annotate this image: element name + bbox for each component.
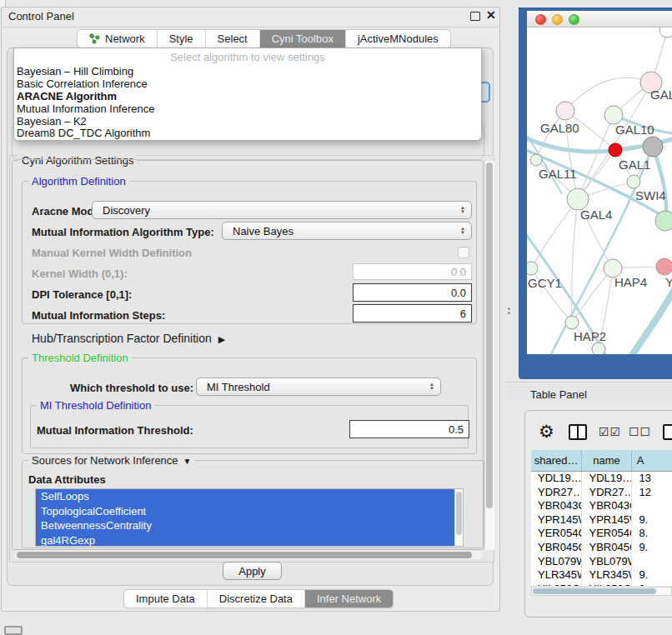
node-label-gcy1: GCY1 xyxy=(528,276,562,290)
manual-kernel-checkbox[interactable] xyxy=(458,247,469,258)
tab-network-label: Network xyxy=(105,32,145,45)
network-view-window[interactable]: GALGAL80GAL10GAL1GAL11SWI4GAL4GCY1HAP4YH… xyxy=(527,11,672,354)
dropdown-option-dream8-dc-tdc-algorithm[interactable]: Dream8 DC_TDC Algorithm xyxy=(17,128,479,140)
attr-item-betweennesscentrality[interactable]: BetweennessCentrality xyxy=(36,518,463,533)
dropdown-option-aracne-algorithm[interactable]: ARACNE Algorithm xyxy=(17,91,479,103)
tab-cyni-toolbox[interactable]: Cyni Toolbox xyxy=(260,30,346,48)
close-icon[interactable]: ✕ xyxy=(486,8,496,22)
tab-jactivemnodules[interactable]: jActiveMNodules xyxy=(346,30,450,48)
tab-style[interactable]: Style xyxy=(158,30,206,48)
table-row[interactable]: YPR145WYPR145W9. xyxy=(531,513,672,528)
data-attributes-list[interactable]: SelfLoopsTopologicalCoefficientBetweenne… xyxy=(35,488,464,547)
clipped-toolbar-icon[interactable] xyxy=(663,424,672,440)
node-gal11[interactable] xyxy=(530,154,542,166)
table-cell: 8. xyxy=(632,527,672,541)
table-row[interactable]: YBR045CYBR045C9. xyxy=(531,541,672,555)
column-header-shared-[interactable]: shared… xyxy=(531,450,582,471)
close-traffic-light-icon[interactable] xyxy=(535,14,546,25)
column-header-a[interactable]: A xyxy=(632,450,672,471)
node-gray[interactable] xyxy=(643,137,663,157)
node-label-hap2: HAP2 xyxy=(574,329,606,343)
table-horizontal-scrollbar-thumb[interactable] xyxy=(533,588,656,594)
table-row[interactable]: YIL052CYIL052C0. xyxy=(531,582,672,586)
settings-vertical-scrollbar-thumb[interactable] xyxy=(486,162,493,508)
table-cell: YBL079W xyxy=(582,555,632,569)
attr-list-scrollbar[interactable] xyxy=(454,489,463,546)
minimize-traffic-light-icon[interactable] xyxy=(552,14,563,25)
panel-divider-handle[interactable] xyxy=(508,308,512,315)
control-panel-title: Control Panel xyxy=(8,10,74,22)
manual-kernel-label: Manual Kernel Width Definition xyxy=(32,247,192,259)
table-row[interactable]: YDR27…YDR27…12 xyxy=(531,486,672,500)
columns-icon[interactable] xyxy=(569,424,587,440)
kernel-width-field[interactable]: 0.0 xyxy=(353,263,472,280)
network-canvas[interactable]: GALGAL80GAL10GAL1GAL11SWI4GAL4GCY1HAP4YH… xyxy=(527,28,672,354)
table-cell: YPR145W xyxy=(582,513,632,528)
node-gal80[interactable] xyxy=(556,102,574,120)
tab-select[interactable]: Select xyxy=(206,30,260,48)
attr-item-selfloops[interactable]: SelfLoops xyxy=(36,489,463,504)
expanded-arrow-icon: ▼ xyxy=(183,457,192,466)
tab-network[interactable]: Network xyxy=(78,30,158,48)
dropdown-option-mutual-information-inference[interactable]: Mutual Information Inference xyxy=(17,103,479,116)
mi-threshold-group-title: MI Threshold Definition xyxy=(37,399,154,412)
table-row[interactable]: YBR043CYBR043C xyxy=(531,499,672,513)
table-row[interactable]: YDL19…YDL19…13 xyxy=(531,472,672,486)
which-threshold-select[interactable]: MI Threshold ▲▼ xyxy=(196,378,441,396)
tab-infer-network[interactable]: Infer Network xyxy=(305,590,393,608)
aracne-mode-value: Discovery xyxy=(103,204,150,217)
dpi-tolerance-label: DPI Tolerance [0,1]: xyxy=(32,288,132,301)
settings-horizontal-scrollbar-thumb[interactable] xyxy=(17,552,472,558)
node-salmon[interactable] xyxy=(656,258,672,275)
table-cell: YDR27… xyxy=(531,486,582,500)
spinner-arrows-icon: ▲▼ xyxy=(429,382,440,391)
aracne-mode-select[interactable]: Discovery ▲▼ xyxy=(92,201,472,219)
node-gal10[interactable] xyxy=(604,106,623,124)
table-cell: YER054C xyxy=(531,527,582,541)
table-row[interactable]: YLR345WYLR345W9. xyxy=(531,568,672,582)
node-partial-top[interactable] xyxy=(659,28,672,38)
dropdown-option-basic-correlation-inference[interactable]: Basic Correlation Inference xyxy=(17,78,479,91)
table-cell: YIL052C xyxy=(582,582,632,586)
sources-group-title[interactable]: Sources for Network Inference▼ xyxy=(28,454,194,467)
gear-icon[interactable]: ⚙ xyxy=(539,422,554,442)
threshold-definition-title: Threshold Definition xyxy=(28,352,132,364)
dropdown-option-bayesian-k2[interactable]: Bayesian – K2 xyxy=(17,116,479,128)
mi-type-select[interactable]: Naive Bayes ▲▼ xyxy=(222,222,472,240)
apply-button[interactable]: Apply xyxy=(223,562,282,580)
attr-item-topologicalcoefficient[interactable]: TopologicalCoefficient xyxy=(36,504,463,519)
dpi-tolerance-field[interactable]: 0.0 xyxy=(353,283,472,302)
column-header-name[interactable]: name xyxy=(582,450,632,471)
tab-impute-data[interactable]: Impute Data xyxy=(124,590,208,608)
mi-type-value: Naive Bayes xyxy=(233,225,293,238)
mi-threshold-field[interactable]: 0.5 xyxy=(349,420,469,438)
network-window-titlebar[interactable] xyxy=(527,11,672,28)
table-cell: YIL052C xyxy=(531,582,582,586)
select-all-checks-icon[interactable]: ☑☑ xyxy=(599,425,621,438)
table-panel-title: Table Panel xyxy=(530,388,587,401)
clear-checks-icon[interactable]: ☐☐ xyxy=(629,425,651,438)
table-row[interactable]: YBL079WYBL079W xyxy=(531,555,672,569)
corner-artifact xyxy=(0,0,6,7)
node-bottom-green[interactable] xyxy=(592,342,605,354)
mi-steps-field[interactable]: 6 xyxy=(353,304,472,322)
table-cell xyxy=(632,555,672,569)
tab-jactivemnodules-label: jActiveMNodules xyxy=(358,32,439,45)
bottom-left-clipped-icon[interactable] xyxy=(4,626,23,635)
table-body: YDL19…YDL19…13YDR27…YDR27…12YBR043CYBR04… xyxy=(531,472,672,586)
node-right-green[interactable] xyxy=(655,211,672,231)
node-gcy1[interactable] xyxy=(527,262,538,275)
table-cell: YER054C xyxy=(582,527,632,541)
table-cell: YPR145W xyxy=(531,513,582,528)
node-red-selected[interactable] xyxy=(609,143,622,157)
node-gal1[interactable] xyxy=(627,175,640,188)
tab-discretize-data[interactable]: Discretize Data xyxy=(208,590,305,608)
hub-section-toggle[interactable]: Hub/Transcription Factor Definition▶ xyxy=(32,332,225,345)
dropdown-option-bayesian-hill-climbing[interactable]: Bayesian – Hill Climbing xyxy=(17,66,479,78)
table-row[interactable]: YER054CYER054C8. xyxy=(531,527,672,541)
float-window-icon[interactable] xyxy=(470,12,480,21)
zoom-traffic-light-icon[interactable] xyxy=(569,14,579,25)
node-hap2[interactable] xyxy=(565,316,579,329)
attr-item-gal4rgexp[interactable]: gal4RGexp xyxy=(36,533,463,548)
node-label-swi4: SWI4 xyxy=(635,188,666,202)
